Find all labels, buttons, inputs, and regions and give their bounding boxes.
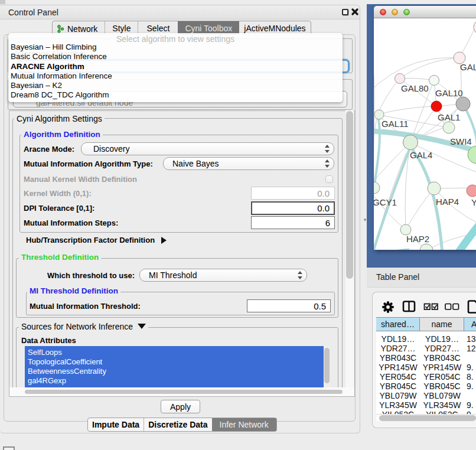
svg-text:GAL1: GAL1 (438, 112, 460, 122)
svg-text:GAL10: GAL10 (435, 88, 463, 98)
svg-text:SWI4: SWI4 (450, 136, 472, 146)
svg-text:GAL4: GAL4 (410, 150, 432, 160)
svg-text:Y: Y (471, 197, 476, 207)
svg-text:HAP2: HAP2 (406, 234, 429, 244)
svg-text:GCY1: GCY1 (374, 197, 397, 207)
svg-text:GAL80: GAL80 (401, 83, 429, 93)
svg-text:GAL11: GAL11 (382, 119, 409, 129)
svg-text:GAL7: GAL7 (460, 62, 476, 72)
svg-text:HAP4: HAP4 (436, 197, 459, 207)
